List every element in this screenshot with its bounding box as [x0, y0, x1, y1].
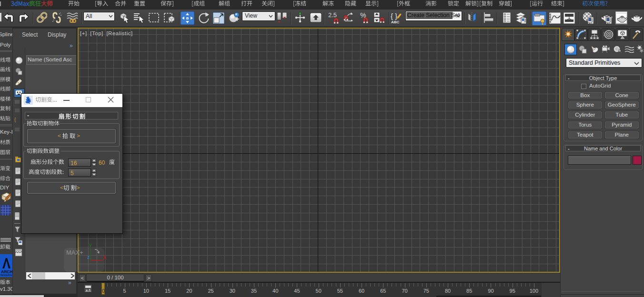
svg-text:RENDERING: RENDERING — [0, 274, 12, 277]
svg-text:ABC: ABC — [391, 20, 400, 24]
svg-text:{ }: { } — [391, 12, 397, 20]
svg-text:ARCH: ARCH — [1, 269, 12, 274]
svg-text:y: y — [89, 242, 92, 248]
svg-text:z: z — [87, 255, 90, 260]
svg-text:2.5: 2.5 — [328, 11, 337, 19]
svg-text:X: X — [103, 255, 107, 260]
